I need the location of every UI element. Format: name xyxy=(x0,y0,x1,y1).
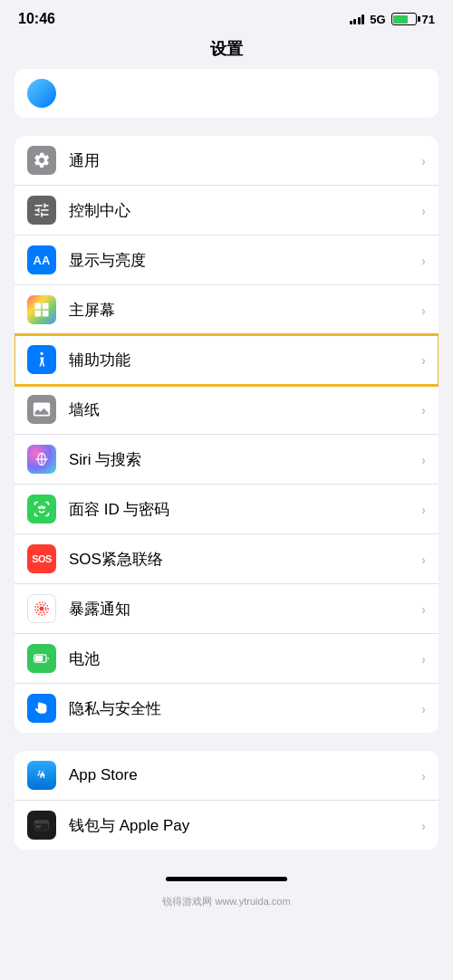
accessibility-icon xyxy=(27,345,56,374)
battery-icon xyxy=(391,13,417,25)
gear-svg xyxy=(33,151,51,169)
privacy-chevron: › xyxy=(421,701,426,716)
sidebar-item-siri[interactable]: Siri 与搜索 › xyxy=(14,435,439,485)
grid-svg xyxy=(33,301,51,319)
partial-icon xyxy=(27,79,56,108)
partial-top-group xyxy=(14,69,439,118)
control-center-chevron: › xyxy=(421,203,426,218)
siri-chevron: › xyxy=(421,452,426,467)
control-center-label: 控制中心 xyxy=(69,200,421,221)
watermark-text: 锐得游戏网 www.ytruida.com xyxy=(162,896,290,907)
sidebar-item-display[interactable]: AA 显示与亮度 › xyxy=(14,235,439,285)
general-icon xyxy=(27,146,56,175)
sidebar-item-control-center[interactable]: 控制中心 › xyxy=(14,186,439,235)
home-screen-icon xyxy=(27,295,56,324)
display-chevron: › xyxy=(421,253,426,268)
battery-icon-settings xyxy=(27,644,56,673)
status-bar: 10:46 5G 71 xyxy=(0,0,453,34)
settings-group-1: 通用 › 控制中心 › AA 显示与亮度 › 主屏幕 › xyxy=(14,136,439,733)
hand-svg xyxy=(33,699,51,717)
sos-text: SOS xyxy=(32,553,52,564)
battery-settings-svg xyxy=(33,649,51,668)
battery-fill xyxy=(393,15,408,24)
accessibility-svg xyxy=(33,351,51,369)
battery-percent: 71 xyxy=(422,13,435,26)
home-screen-chevron: › xyxy=(421,303,426,318)
accessibility-chevron: › xyxy=(421,352,426,368)
signal-bars-icon xyxy=(350,14,365,24)
home-screen-label: 主屏幕 xyxy=(69,300,421,321)
control-center-icon xyxy=(27,196,56,225)
accessibility-label: 辅助功能 xyxy=(69,350,421,370)
display-icon: AA xyxy=(27,245,56,274)
faceid-svg xyxy=(33,500,51,518)
sidebar-item-exposure[interactable]: 暴露通知 › xyxy=(14,584,439,634)
wallet-icon xyxy=(27,811,56,840)
page-title: 设置 xyxy=(210,40,243,58)
appstore-label: App Store xyxy=(69,766,421,784)
battery-label: 电池 xyxy=(69,649,421,669)
appstore-chevron: › xyxy=(421,768,426,783)
svg-point-4 xyxy=(39,507,41,509)
wallet-label: 钱包与 Apple Pay xyxy=(69,815,421,836)
sidebar-item-home-screen[interactable]: 主屏幕 › xyxy=(14,285,439,335)
settings-group-2: App Store › 钱包与 Apple Pay › xyxy=(14,751,439,850)
wallpaper-svg xyxy=(33,400,51,418)
home-indicator xyxy=(166,877,287,881)
privacy-label: 隐私与安全性 xyxy=(69,698,421,719)
general-label: 通用 xyxy=(69,150,421,171)
wallpaper-chevron: › xyxy=(421,402,426,418)
sidebar-item-appstore[interactable]: App Store › xyxy=(14,751,439,801)
svg-point-5 xyxy=(43,507,45,509)
sliders-svg xyxy=(33,201,51,219)
status-icons: 5G 71 xyxy=(350,13,435,26)
exposure-svg xyxy=(33,600,51,618)
sidebar-item-wallpaper[interactable]: 墙纸 › xyxy=(14,385,439,435)
watermark: 锐得游戏网 www.ytruida.com xyxy=(0,868,453,927)
siri-icon xyxy=(27,445,56,474)
status-time: 10:46 xyxy=(18,11,55,27)
svg-rect-18 xyxy=(35,823,49,831)
privacy-icon xyxy=(27,694,56,723)
svg-point-7 xyxy=(40,607,44,611)
sidebar-item-accessibility[interactable]: 辅助功能 › xyxy=(14,335,439,385)
display-label: 显示与亮度 xyxy=(69,250,421,271)
wallet-svg xyxy=(33,816,51,834)
partial-item[interactable] xyxy=(14,69,439,118)
wallet-chevron: › xyxy=(421,818,426,833)
5g-icon: 5G xyxy=(370,13,385,26)
general-chevron: › xyxy=(421,153,426,168)
face-id-label: 面容 ID 与密码 xyxy=(69,499,421,520)
face-id-icon xyxy=(27,495,56,524)
siri-svg xyxy=(33,450,51,468)
sidebar-item-face-id[interactable]: 面容 ID 与密码 › xyxy=(14,485,439,534)
wallpaper-label: 墙纸 xyxy=(69,399,421,420)
wallpaper-icon xyxy=(27,395,56,424)
battery-chevron: › xyxy=(421,651,426,667)
exposure-icon xyxy=(27,594,56,623)
appstore-svg xyxy=(33,766,51,784)
sidebar-item-wallet[interactable]: 钱包与 Apple Pay › xyxy=(14,801,439,850)
sos-label: SOS紧急联络 xyxy=(69,549,421,570)
exposure-chevron: › xyxy=(421,601,426,617)
appstore-icon xyxy=(27,761,56,790)
sidebar-item-battery[interactable]: 电池 › xyxy=(14,634,439,684)
exposure-label: 暴露通知 xyxy=(69,599,421,620)
sidebar-item-general[interactable]: 通用 › xyxy=(14,136,439,186)
siri-label: Siri 与搜索 xyxy=(69,449,421,470)
sos-chevron: › xyxy=(421,552,426,567)
face-id-chevron: › xyxy=(421,502,426,517)
svg-rect-11 xyxy=(35,656,43,661)
nav-title-bar: 设置 xyxy=(0,34,453,69)
sidebar-item-sos[interactable]: SOS SOS紧急联络 › xyxy=(14,534,439,584)
sidebar-item-privacy[interactable]: 隐私与安全性 › xyxy=(14,684,439,733)
sos-icon: SOS xyxy=(27,544,56,573)
aa-text: AA xyxy=(34,254,51,267)
